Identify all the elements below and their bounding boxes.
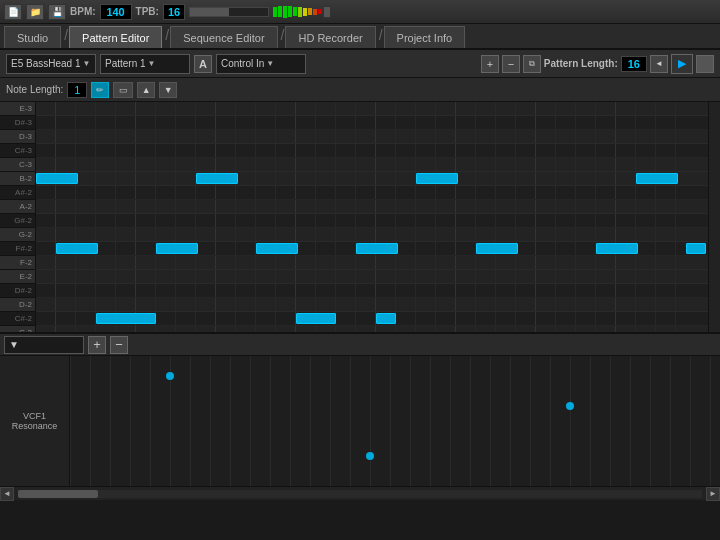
tab-sequence-editor[interactable]: Sequence Editor — [170, 26, 277, 48]
automation-point[interactable] — [166, 372, 174, 380]
grid-cell[interactable] — [56, 214, 76, 227]
grid-cell[interactable] — [116, 144, 136, 157]
pencil-tool-btn[interactable]: ✏ — [91, 82, 109, 98]
grid-cell[interactable] — [396, 158, 416, 171]
grid-cell[interactable] — [456, 256, 476, 269]
grid-cell[interactable] — [296, 256, 316, 269]
grid-cell[interactable] — [96, 242, 116, 255]
grid-cell[interactable] — [436, 284, 456, 297]
grid-cell[interactable] — [656, 102, 676, 115]
grid-cell[interactable] — [596, 200, 616, 213]
grid-row-Fs-2[interactable] — [36, 242, 708, 256]
grid-cell[interactable] — [356, 284, 376, 297]
grid-cell[interactable] — [176, 326, 196, 332]
grid-cell[interactable] — [216, 116, 236, 129]
grid-cell[interactable] — [656, 312, 676, 325]
grid-cell[interactable] — [216, 144, 236, 157]
grid-cell[interactable] — [196, 130, 216, 143]
grid-cell[interactable] — [656, 214, 676, 227]
grid-cell[interactable] — [376, 284, 396, 297]
grid-cell[interactable] — [376, 256, 396, 269]
grid-cell[interactable] — [436, 256, 456, 269]
pattern-length-value[interactable]: 16 — [621, 56, 647, 72]
grid-cell[interactable] — [376, 326, 396, 332]
grid-cell[interactable] — [496, 270, 516, 283]
note-length-value[interactable]: 1 — [67, 82, 87, 98]
grid-cell[interactable] — [176, 256, 196, 269]
grid-cell[interactable] — [616, 284, 636, 297]
grid-cell[interactable] — [116, 116, 136, 129]
grid-cell[interactable] — [36, 242, 56, 255]
grid-cell[interactable] — [356, 312, 376, 325]
grid-cell[interactable] — [596, 144, 616, 157]
grid-cell[interactable] — [596, 172, 616, 185]
grid-cell[interactable] — [456, 326, 476, 332]
grid-cell[interactable] — [396, 116, 416, 129]
automation-grid[interactable] — [70, 356, 720, 486]
grid-cell[interactable] — [596, 228, 616, 241]
grid-cell[interactable] — [556, 242, 576, 255]
grid-cell[interactable] — [96, 102, 116, 115]
grid-cell[interactable] — [116, 172, 136, 185]
grid-cell[interactable] — [596, 298, 616, 311]
grid-cell[interactable] — [76, 228, 96, 241]
grid-cell[interactable] — [116, 102, 136, 115]
grid-cell[interactable] — [536, 326, 556, 332]
grid-cell[interactable] — [476, 116, 496, 129]
grid-cell[interactable] — [576, 228, 596, 241]
grid-cell[interactable] — [616, 130, 636, 143]
grid-cell[interactable] — [316, 116, 336, 129]
grid-cell[interactable] — [236, 214, 256, 227]
grid-cell[interactable] — [636, 172, 656, 185]
grid-cell[interactable] — [116, 256, 136, 269]
grid-cell[interactable] — [636, 256, 656, 269]
grid-cell[interactable] — [196, 298, 216, 311]
grid-cell[interactable] — [116, 326, 136, 332]
grid-cell[interactable] — [276, 284, 296, 297]
grid-cell[interactable] — [296, 116, 316, 129]
bpm-value[interactable]: 140 — [100, 4, 132, 20]
grid-cell[interactable] — [56, 298, 76, 311]
grid-cell[interactable] — [56, 200, 76, 213]
grid-cell[interactable] — [376, 102, 396, 115]
grid-cell[interactable] — [196, 200, 216, 213]
grid-cell[interactable] — [296, 270, 316, 283]
grid-cell[interactable] — [256, 326, 276, 332]
vertical-scrollbar[interactable] — [708, 102, 720, 332]
grid-cell[interactable] — [96, 116, 116, 129]
grid-cell[interactable] — [536, 312, 556, 325]
grid-cell[interactable] — [236, 242, 256, 255]
grid-cell[interactable] — [336, 158, 356, 171]
grid-cell[interactable] — [96, 186, 116, 199]
grid-cell[interactable] — [336, 228, 356, 241]
grid-cell[interactable] — [556, 186, 576, 199]
grid-cell[interactable] — [96, 130, 116, 143]
grid-cell[interactable] — [536, 298, 556, 311]
grid-cell[interactable] — [196, 116, 216, 129]
grid-cell[interactable] — [556, 200, 576, 213]
grid-cell[interactable] — [256, 172, 276, 185]
grid-cell[interactable] — [436, 242, 456, 255]
new-icon[interactable]: 📄 — [4, 4, 22, 20]
grid-cell[interactable] — [316, 186, 336, 199]
grid-cell[interactable] — [376, 242, 396, 255]
grid-cell[interactable] — [176, 284, 196, 297]
grid-cell[interactable] — [496, 172, 516, 185]
grid-cell[interactable] — [156, 326, 176, 332]
grid-cell[interactable] — [376, 172, 396, 185]
grid-cell[interactable] — [576, 130, 596, 143]
grid-cell[interactable] — [136, 102, 156, 115]
grid-cell[interactable] — [356, 228, 376, 241]
grid-cell[interactable] — [536, 158, 556, 171]
grid-cell[interactable] — [336, 172, 356, 185]
grid-cell[interactable] — [356, 326, 376, 332]
grid-cell[interactable] — [56, 242, 76, 255]
grid-cell[interactable] — [596, 158, 616, 171]
grid-cell[interactable] — [516, 144, 536, 157]
grid-cell[interactable] — [356, 186, 376, 199]
grid-cell[interactable] — [456, 242, 476, 255]
grid-cell[interactable] — [136, 158, 156, 171]
grid-cell[interactable] — [76, 172, 96, 185]
grid-cell[interactable] — [96, 158, 116, 171]
grid-cell[interactable] — [336, 242, 356, 255]
